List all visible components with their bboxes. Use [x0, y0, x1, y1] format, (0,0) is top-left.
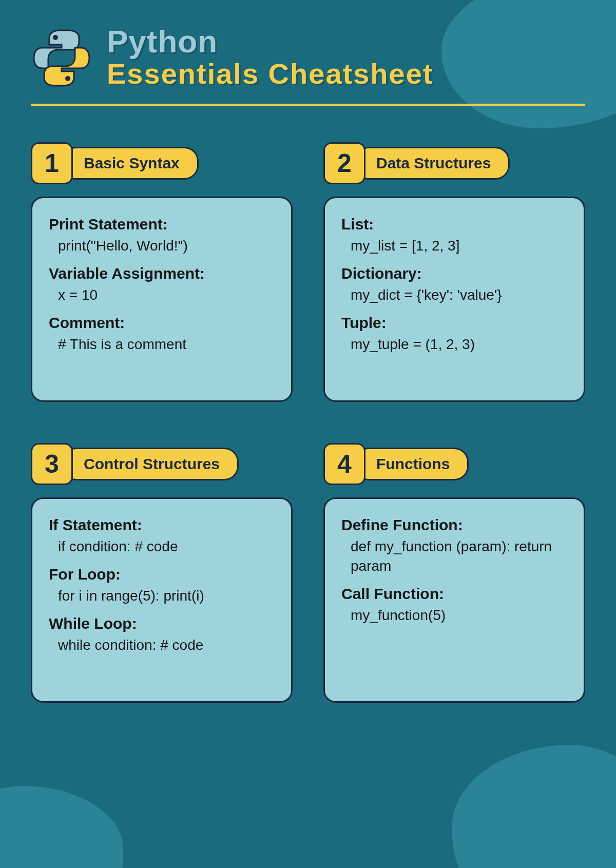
item-code: # This is a comment — [49, 335, 275, 354]
item-label: Define Function: — [341, 516, 567, 534]
section-data-structures: 2 Data Structures List: my_list = [1, 2,… — [323, 142, 585, 402]
section-title: Functions — [354, 448, 469, 480]
decorative-blob — [452, 745, 616, 868]
page-header: Python Essentials Cheatsheet — [31, 26, 585, 90]
item-label: Tuple: — [341, 314, 567, 332]
item-label: Variable Assignment: — [49, 265, 275, 282]
section-card: If Statement: if condition: # code For L… — [31, 497, 293, 703]
section-basic-syntax: 1 Basic Syntax Print Statement: print("H… — [31, 142, 293, 402]
section-control-structures: 3 Control Structures If Statement: if co… — [31, 443, 293, 703]
item-label: If Statement: — [49, 516, 275, 534]
section-title: Control Structures — [62, 448, 239, 480]
section-title: Data Structures — [354, 147, 510, 180]
section-number-badge: 4 — [323, 443, 365, 485]
item-code: x = 10 — [49, 285, 275, 305]
item-code: while condition: # code — [49, 635, 275, 655]
decorative-blob — [0, 786, 123, 868]
svg-point-1 — [65, 76, 70, 81]
item-label: Dictionary: — [341, 265, 567, 282]
header-divider — [31, 104, 585, 106]
item-code: my_dict = {'key': 'value'} — [341, 285, 567, 305]
item-code: my_list = [1, 2, 3] — [341, 236, 567, 256]
item-label: Call Function: — [341, 585, 567, 603]
section-functions: 4 Functions Define Function: def my_func… — [323, 443, 585, 703]
section-number-badge: 2 — [323, 142, 365, 184]
section-card: Print Statement: print("Hello, World!") … — [31, 197, 293, 402]
item-label: While Loop: — [49, 615, 275, 632]
python-logo-icon — [31, 27, 92, 89]
section-number-badge: 3 — [31, 443, 73, 485]
item-label: Print Statement: — [49, 216, 275, 233]
section-card: List: my_list = [1, 2, 3] Dictionary: my… — [323, 197, 585, 402]
section-card: Define Function: def my_function (param)… — [323, 497, 585, 703]
item-label: List: — [341, 216, 567, 233]
item-code: print("Hello, World!") — [49, 236, 275, 256]
item-label: For Loop: — [49, 566, 275, 583]
item-code: for i in range(5): print(i) — [49, 586, 275, 606]
page-title-line1: Python — [107, 26, 433, 57]
item-code: my_function(5) — [341, 606, 567, 625]
sections-grid: 1 Basic Syntax Print Statement: print("H… — [31, 142, 585, 703]
svg-point-0 — [53, 35, 58, 40]
item-code: if condition: # code — [49, 537, 275, 556]
item-code: my_tuple = (1, 2, 3) — [341, 335, 567, 354]
item-label: Comment: — [49, 314, 275, 332]
item-code: def my_function (param): return param — [341, 537, 567, 576]
section-number-badge: 1 — [31, 142, 73, 184]
section-title: Basic Syntax — [62, 147, 199, 180]
page-title-line2: Essentials Cheatsheet — [107, 57, 433, 90]
